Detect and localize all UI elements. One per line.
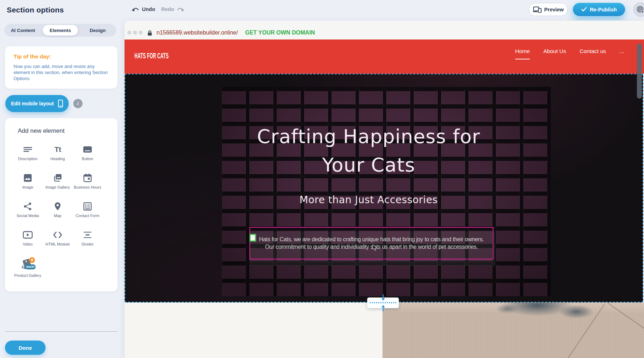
tab-design[interactable]: Design [80,25,115,36]
hero-heading-line2: Your Cats [125,154,612,176]
tab-elements[interactable]: Elements [43,25,78,36]
map-pin-icon [53,202,62,211]
info-glyph: i [77,101,79,106]
check-icon [581,7,587,12]
site-header: HATS FOR CATS Home About Us Contact us .… [125,40,644,74]
browser-dot-3 [139,31,143,35]
globe-icon [636,5,644,14]
element-button[interactable]: Button [73,142,102,170]
tip-of-the-day-card: Tip of the day: Now you can add, move an… [5,46,117,89]
collapse-arrow-up-icon [381,304,385,311]
element-contact-form[interactable]: Contact Form [73,199,102,227]
element-grid: Description Tt Heading Button Image Imag… [14,142,104,284]
preview-label: Preview [544,7,564,12]
video-icon [23,231,33,239]
divider-icon [83,230,92,239]
resize-dashed-line [370,302,396,303]
element-heading[interactable]: Tt Heading [43,142,72,170]
preview-button[interactable]: Preview [529,3,568,16]
selected-text-element[interactable]: Hats for Cats, we are dedicated to craft… [249,227,493,259]
tip-body: Now you can add, move and resize any ele… [14,63,110,81]
element-map[interactable]: Map [43,199,72,227]
social-media-icon [23,202,32,211]
address-bar-url[interactable]: n1566589.websitebuilder.online/ [157,30,238,36]
shop-badge: SHOP [26,265,35,269]
edit-mobile-layout-label: Edit mobile layout [11,101,54,106]
hero-section-selected[interactable]: Crafting Happiness for Your Cats More th… [125,74,643,302]
preview-scrollbar-thumb[interactable] [637,43,642,99]
info-icon[interactable]: i [73,99,83,108]
mouse-cursor [373,244,378,251]
next-section-white-area[interactable] [125,302,382,358]
redo-label: Redo [161,6,174,12]
nav-more-ellipsis[interactable]: ... [619,48,624,59]
lock-icon [147,30,152,36]
image-gallery-icon [53,173,63,183]
add-new-element-panel: Add new element Description Tt Heading B… [5,118,117,291]
nav-home[interactable]: Home [515,48,530,59]
description-lines-icon [23,145,32,154]
element-image-gallery[interactable]: Image Gallery [43,170,72,199]
heading-icon: Tt [54,145,61,154]
hero-body-line2: Our commitment to quality and individual… [250,243,493,251]
edit-mobile-layout-button[interactable]: Edit mobile layout [5,95,69,112]
get-your-own-domain-link[interactable]: GET YOUR OWN DOMAIN [245,30,315,36]
contact-form-icon [83,202,92,211]
undo-label: Undo [142,6,155,12]
tip-title: Tip of the day: [14,53,51,60]
image-icon [23,173,32,183]
browser-chrome: n1566589.websitebuilder.online/ GET YOUR… [125,21,644,40]
element-product-gallery[interactable]: SHOP Product Gallery [14,256,42,284]
done-button[interactable]: Done [5,341,46,355]
hero-body-text: Hats for Cats, we are dedicated to craft… [250,236,493,251]
language-globe-button[interactable] [633,2,644,17]
hero-body-line1: Hats for Cats, we are dedicated to craft… [250,236,493,243]
phone-icon [58,100,63,107]
hero-subheading: More than Just Accessories [125,194,612,206]
undo-button[interactable]: Undo [132,6,155,12]
app-window: Section options Undo Redo Preview Re-Pub… [0,0,644,358]
floor-grout-line [607,302,644,332]
floor-grout-line [566,304,605,358]
add-new-element-title: Add new element [18,127,64,135]
republish-label: Re-Publish [590,7,617,12]
button-icon [83,145,92,154]
element-video[interactable]: Video [14,227,42,256]
next-section-floor-image[interactable] [382,302,644,358]
element-social-media[interactable]: Social Media [14,199,42,227]
html-module-icon [53,231,63,239]
product-gallery-icon: SHOP [19,257,37,272]
element-html-module[interactable]: HTML Module [43,227,72,256]
devices-icon [533,6,542,13]
element-image[interactable]: Image [14,170,42,199]
section-resize-handle[interactable] [367,298,399,308]
republish-button[interactable]: Re-Publish [573,3,625,16]
nav-about-us[interactable]: About Us [543,48,566,59]
sidebar-divider [5,331,117,332]
collapse-arrow-down-icon [381,294,385,301]
browser-dot-1 [127,31,131,35]
sidebar-tabs: AI Content Elements Design [4,24,116,37]
business-hours-icon [83,173,92,183]
browser-dot-2 [133,31,137,35]
hero-content: Crafting Happiness for Your Cats More th… [125,74,612,302]
element-divider[interactable]: Divider [73,227,102,256]
element-business-hours[interactable]: Business Hours [73,170,102,199]
element-description[interactable]: Description [14,142,42,170]
tab-ai-content[interactable]: AI Content [5,25,41,36]
site-preview-window: n1566589.websitebuilder.online/ GET YOUR… [125,21,644,358]
undo-arrow-icon [132,7,139,12]
redo-arrow-icon [176,7,184,12]
site-logo[interactable]: HATS FOR CATS [134,51,169,60]
site-nav: Home About Us Contact us ... [515,48,624,59]
page-title: Section options [7,6,64,14]
hero-heading-line1: Crafting Happiness for [125,125,612,148]
nav-contact-us[interactable]: Contact us [580,48,606,59]
redo-button[interactable]: Redo [161,6,184,12]
